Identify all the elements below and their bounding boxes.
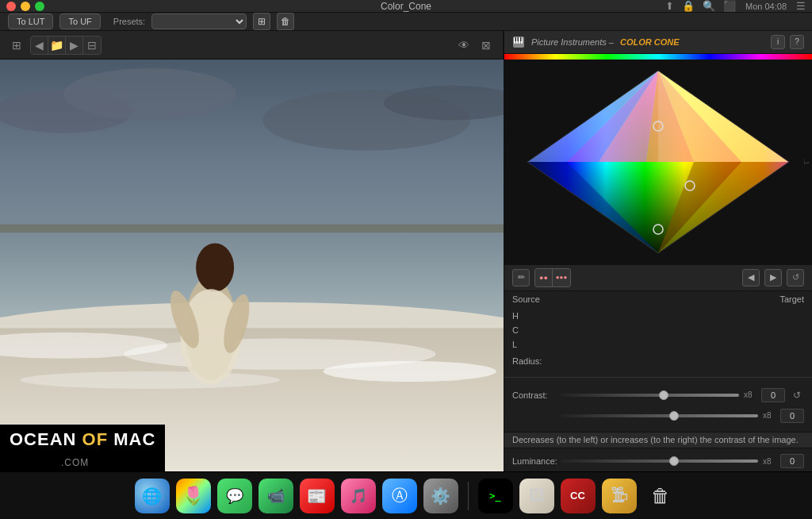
info-icon-btn[interactable]: i [771, 35, 785, 49]
cone-controls: ✏ ●● ●●● ◀ ▶ ↺ [504, 264, 812, 291]
l-label: L [512, 340, 522, 349]
share-icon[interactable]: ⬆ [665, 0, 674, 12]
menu-icon[interactable]: ☰ [796, 0, 806, 12]
help-icon-btn[interactable]: ? [790, 35, 804, 49]
svg-point-11 [324, 361, 496, 382]
dock-preview[interactable]: 🖼 [519, 479, 554, 513]
airplay-icon[interactable]: ⬛ [723, 0, 736, 12]
nav-group: ◀ 📁 ▶ ⊟ [30, 36, 102, 55]
right-header-icons: i ? [771, 35, 804, 49]
contrast-row-2: x8 [512, 406, 804, 425]
right-header: Picture Instruments – COLOR CONE i ? [504, 31, 812, 54]
l-row: L [512, 337, 804, 352]
dock-color-cone[interactable]: CC [561, 479, 596, 513]
svg-rect-22 [519, 37, 520, 44]
app-title: Color_Cone [381, 1, 431, 12]
contrast-x8: x8 [744, 390, 756, 399]
dock-appstore[interactable]: Ⓐ [382, 479, 417, 513]
contrast-thumb[interactable] [659, 390, 668, 400]
titlebar-right: ⬆ 🔒 🔍 ⬛ Mon 04:08 ☰ [665, 0, 806, 12]
luminance-thumb[interactable] [669, 456, 679, 466]
luminance-slider-row: Luminance: x8 [512, 452, 804, 471]
svg-rect-24 [515, 37, 517, 41]
c-label: C [512, 325, 522, 335]
info-button[interactable]: ⊟ [83, 37, 101, 54]
lock-icon[interactable]: 🔒 [682, 0, 695, 12]
three-dots-btn[interactable]: ●●● [553, 269, 570, 286]
contrast-value-input-2[interactable] [780, 409, 804, 423]
watermark-of: OF [82, 429, 109, 449]
titlebar: Color_Cone ⬆ 🔒 🔍 ⬛ Mon 04:08 ☰ [0, 0, 812, 13]
dock-separator [468, 482, 469, 510]
svg-rect-26 [520, 37, 522, 41]
color-dots-group: ●● ●●● [534, 268, 571, 287]
luminance-x8: x8 [763, 457, 776, 466]
dock-facetime[interactable]: 📹 [259, 479, 293, 513]
watermark: OCEAN OF MAC .COM [0, 425, 165, 475]
target-label: Target [658, 294, 804, 304]
reset-cone-btn[interactable]: ↺ [787, 269, 804, 286]
search-icon[interactable]: 🔍 [703, 0, 715, 12]
watermark-mac: MAC [113, 429, 155, 449]
dock-news[interactable]: 📰 [300, 479, 335, 513]
minimize-button[interactable] [21, 2, 30, 11]
preset-save-button[interactable]: ⊞ [253, 13, 270, 30]
contrast-track[interactable] [561, 394, 739, 397]
h-row: H [512, 309, 804, 323]
source-target: Source Target [504, 291, 812, 307]
left-arrow-btn[interactable]: ◀ [742, 269, 760, 286]
separator-1 [504, 377, 812, 378]
c-row: C [512, 323, 804, 337]
contrast-value-input[interactable] [761, 388, 785, 402]
pencil-tool[interactable]: ✏ [512, 269, 530, 286]
photo-display [0, 60, 504, 475]
watermark-ocean: OCEAN [10, 429, 76, 449]
color-cone-svg [519, 63, 797, 261]
right-arrow-btn[interactable]: ▶ [764, 269, 782, 286]
traffic-lights [6, 2, 44, 11]
presets-dropdown[interactable] [151, 13, 247, 29]
contrast-reset-btn[interactable]: ↺ [790, 388, 804, 402]
view-toggle[interactable]: ⊠ [477, 37, 495, 54]
contrast-label: Contrast: [512, 390, 556, 400]
two-dots-btn[interactable]: ●● [535, 269, 553, 286]
next-button[interactable]: ▶ [66, 37, 83, 54]
dock-music[interactable]: 🎵 [341, 479, 376, 513]
cc-label: COLOR CONE [620, 37, 680, 47]
hcl-rows: H C L Radius: [504, 307, 812, 374]
contrast-row: Contrast: x8 ↺ [512, 386, 804, 405]
radius-row: Radius: [512, 353, 804, 369]
image-area: OCEAN OF MAC .COM [0, 60, 504, 475]
source-label: Source [512, 294, 658, 304]
dock-messages[interactable]: 💬 [217, 479, 252, 513]
dock-trash[interactable]: 🗑 [643, 479, 678, 513]
luminance-track[interactable] [561, 459, 758, 463]
close-button[interactable] [6, 2, 16, 11]
right-panel: Picture Instruments – COLOR CONE i ? [504, 31, 812, 475]
left-panel: ⊞ ◀ 📁 ▶ ⊟ 👁 ⊠ [0, 31, 504, 475]
eye-icon[interactable]: 👁 [455, 37, 473, 54]
svg-rect-25 [518, 37, 519, 41]
folder-icon[interactable]: 📁 [48, 37, 66, 54]
time-display: Mon 04:08 [745, 2, 787, 11]
prev-button[interactable]: ◀ [31, 37, 48, 54]
to-uf-button[interactable]: To UF [59, 13, 100, 29]
preset-delete-button[interactable]: 🗑 [277, 13, 294, 30]
grid-icon[interactable]: ⊞ [8, 37, 25, 54]
luminance-label: Luminance: [512, 456, 556, 466]
dock-finder[interactable]: 🌐 [135, 479, 170, 513]
to-lut-button[interactable]: To LUT [8, 13, 53, 29]
maximize-button[interactable] [35, 2, 44, 11]
dock-terminal[interactable]: >_ [478, 479, 513, 513]
contrast-track-2[interactable] [561, 414, 758, 417]
luminance-value-input[interactable] [780, 454, 804, 468]
contrast-thumb-2[interactable] [669, 411, 679, 421]
dock-archive[interactable]: 🗜 [602, 479, 637, 513]
dock-photos[interactable]: 🌷 [176, 479, 211, 513]
titlebar-icons: ⬆ 🔒 🔍 ⬛ [665, 0, 736, 12]
dock-system-preferences[interactable]: ⚙️ [423, 479, 458, 513]
tooltip-text: Decreases (to the left) or increases (to… [512, 435, 799, 444]
contrast-x8-2: x8 [763, 411, 776, 420]
color-cone-area[interactable]: .1 [504, 60, 812, 263]
svg-point-15 [196, 243, 234, 291]
